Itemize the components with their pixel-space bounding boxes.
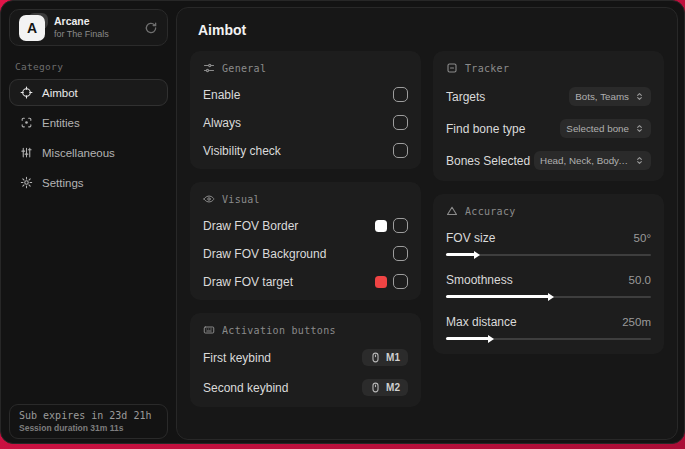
slider-thumb[interactable] [548,293,554,301]
first-keybind-button[interactable]: M1 [362,349,408,366]
row-find-bone-type: Find bone type Selected bone [446,119,651,138]
slider-fill [446,337,489,340]
select-value: Bots, Teams [575,91,629,102]
row-bones-selected: Bones Selected Head, Neck, Body, Pe.. [446,151,651,170]
card-tracker-header: Tracker [446,62,651,74]
sidebar-item-entities[interactable]: Entities [9,109,168,136]
card-accuracy: Accuracy FOV size 50° [433,194,664,354]
crosshair-icon [20,86,33,99]
session-duration-text: Session duration 31m 11s [19,423,158,433]
sidebar-item-label: Aimbot [42,87,78,99]
app-window: A Arcane for The Finals Category Aimbot [0,0,685,444]
row-draw-fov-target: Draw FOV target [203,274,408,289]
always-checkbox[interactable] [393,115,408,130]
card-title: Tracker [465,63,509,74]
visibility-check-checkbox[interactable] [393,143,408,158]
slider-thumb[interactable] [474,251,480,259]
slider-fill [446,253,475,256]
row-draw-fov-border: Draw FOV Border [203,218,408,233]
subscription-info: Sub expires in 23d 21h Session duration … [9,404,168,439]
card-general-header: General [203,62,408,74]
row-fov-size: FOV size 50° [446,231,651,259]
mouse-icon [370,352,381,363]
row-always: Always [203,115,408,130]
sliders-horizontal-icon [203,62,215,74]
sidebar-item-settings[interactable]: Settings [9,169,168,196]
keybind-value: M1 [386,352,400,363]
triangle-icon [446,205,458,217]
sidebar-item-miscellaneous[interactable]: Miscellaneous [9,139,168,166]
category-label: Category [15,61,162,72]
row-second-keybind: Second keybind M2 [203,379,408,396]
smoothness-value: 50.0 [629,274,651,286]
row-visibility-check: Visibility check [203,143,408,158]
left-column: General Enable Always Visibility check [190,51,421,407]
bones-selected-select[interactable]: Head, Neck, Body, Pe.. [534,151,651,170]
card-visual-header: Visual [203,193,408,205]
second-keybind-button[interactable]: M2 [362,379,408,396]
sidebar-item-label: Miscellaneous [42,147,115,159]
smoothness-slider[interactable] [446,292,651,301]
mouse-icon [370,382,381,393]
card-title: Accuracy [465,206,516,217]
keyboard-icon [203,324,215,336]
sub-expiry-text: Sub expires in 23d 21h [19,410,158,421]
row-draw-fov-background: Draw FOV Background [203,246,408,261]
app-titles: Arcane for The Finals [54,15,109,39]
slider-fill [446,295,549,298]
eye-icon [203,193,215,205]
scan-icon [20,116,33,129]
card-general: General Enable Always Visibility check [190,51,421,169]
sliders-icon [20,146,33,159]
unfold-icon [634,123,645,134]
keybind-value: M2 [386,382,400,393]
row-max-distance: Max distance 250m [446,315,651,343]
select-value: Head, Neck, Body, Pe.. [540,155,629,166]
app-header: A Arcane for The Finals [9,9,168,46]
card-activation-header: Activation buttons [203,324,408,336]
fov-border-checkbox[interactable] [393,218,408,233]
content-columns: General Enable Always Visibility check [190,51,664,407]
card-title: General [222,63,266,74]
page-title: Aimbot [198,22,656,38]
unfold-icon [634,155,645,166]
slider-thumb[interactable] [488,335,494,343]
card-title: Visual [222,194,260,205]
refresh-icon[interactable] [144,21,158,35]
card-activation-buttons: Activation buttons First keybind M1 Seco… [190,313,421,407]
fov-target-color-swatch[interactable] [375,276,387,288]
sidebar-item-label: Settings [42,177,84,189]
row-enable: Enable [203,87,408,102]
app-logo: A [19,15,45,41]
fov-background-checkbox[interactable] [393,246,408,261]
fov-size-slider[interactable] [446,250,651,259]
unfold-icon [634,91,645,102]
gear-icon [20,176,33,189]
max-distance-value: 250m [622,316,651,328]
fov-border-color-swatch[interactable] [375,220,387,232]
sidebar-item-aimbot[interactable]: Aimbot [9,79,168,106]
targets-select[interactable]: Bots, Teams [569,87,651,106]
card-visual: Visual Draw FOV Border Draw FOV Backgrou… [190,182,421,300]
sidebar: A Arcane for The Finals Category Aimbot [1,1,176,443]
enable-checkbox[interactable] [393,87,408,102]
square-minus-icon [446,62,458,74]
row-first-keybind: First keybind M1 [203,349,408,366]
app-name: Arcane [54,15,109,28]
row-targets: Targets Bots, Teams [446,87,651,106]
fov-target-checkbox[interactable] [393,274,408,289]
card-tracker: Tracker Targets Bots, Teams Find bone ty… [433,51,664,181]
card-title: Activation buttons [222,325,336,336]
fov-size-value: 50° [634,232,651,244]
max-distance-slider[interactable] [446,334,651,343]
main-panel: Aimbot General Enable Al [176,7,678,440]
right-column: Tracker Targets Bots, Teams Find bone ty… [433,51,664,354]
row-smoothness: Smoothness 50.0 [446,273,651,301]
app-subtitle: for The Finals [54,29,109,40]
card-accuracy-header: Accuracy [446,205,651,217]
find-bone-type-select[interactable]: Selected bone [560,119,651,138]
app-logo-letter: A [19,15,45,41]
sidebar-nav: Aimbot Entities Miscellaneous Settings [9,79,168,196]
select-value: Selected bone [566,123,629,134]
sidebar-item-label: Entities [42,117,80,129]
